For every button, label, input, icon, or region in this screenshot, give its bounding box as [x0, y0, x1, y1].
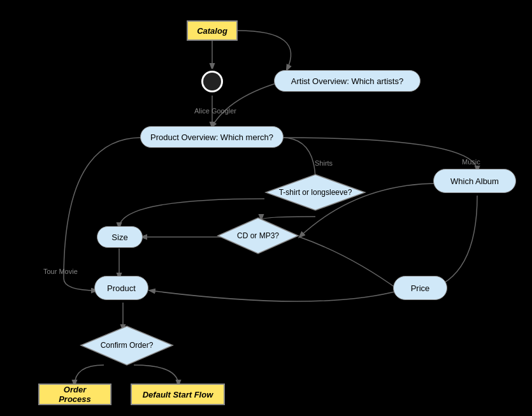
order-process-node: Order Process	[38, 384, 111, 405]
cd-mp3-node: CD or MP3?	[217, 217, 299, 255]
circle-node	[199, 69, 225, 94]
product-node: Product	[94, 276, 148, 300]
size-node: Size	[97, 226, 143, 248]
tour-movie-label: Tour Movie	[43, 268, 78, 275]
artist-overview-node: Artist Overview: Which artists?	[274, 70, 421, 92]
alice-googler-label: Alice Googler	[194, 107, 236, 115]
shirts-label: Shirts	[315, 159, 333, 167]
product-overview-node: Product Overview: Which merch?	[140, 126, 284, 148]
catalog-node: Catalog	[187, 20, 238, 41]
svg-text:Confirm Order?: Confirm Order?	[101, 341, 154, 350]
which-album-node: Which Album	[433, 169, 516, 193]
flowchart-diagram: Catalog Artist Overview: Which artists? …	[0, 0, 532, 416]
confirm-order-node: Confirm Order?	[80, 325, 174, 366]
default-start-flow-node: Default Start Flow	[131, 384, 225, 405]
tshirt-longsleeve-node: T-shirt or longsleeve?	[264, 173, 366, 212]
circle-inner	[203, 73, 221, 90]
music-label: Music	[462, 158, 480, 166]
svg-text:T-shirt or longsleeve?: T-shirt or longsleeve?	[279, 188, 352, 197]
price-node: Price	[393, 276, 447, 300]
svg-text:CD or MP3?: CD or MP3?	[237, 231, 279, 240]
